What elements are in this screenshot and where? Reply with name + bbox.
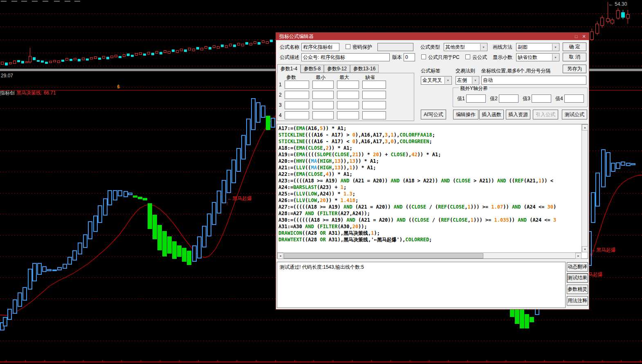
chevron-down-icon[interactable]: ▼: [444, 77, 451, 84]
scroll-right-icon[interactable]: ►: [575, 253, 581, 259]
code-hscrollbar[interactable]: ◄ ►: [277, 252, 581, 258]
formula-tag-select[interactable]: 金叉死叉 ▼: [421, 76, 452, 85]
close-icon[interactable]: ✕: [581, 34, 587, 39]
param-input[interactable]: [312, 101, 334, 109]
param-input[interactable]: [312, 111, 334, 119]
gridline: [0, 13, 642, 14]
value3-input[interactable]: [532, 94, 551, 103]
indicator-bar: [37, 263, 42, 275]
chevron-down-icon[interactable]: ▼: [480, 44, 487, 50]
chevron-down-icon[interactable]: ▼: [472, 77, 478, 84]
param-input[interactable]: [337, 81, 359, 89]
code-line: DRAWICON((A28 OR A31),黑马决策线,1);: [278, 230, 581, 236]
param-input[interactable]: [285, 91, 309, 99]
param-input[interactable]: [285, 81, 309, 89]
formula-desc-label: 公式描述: [280, 54, 299, 60]
insert-function-button[interactable]: 插入函数: [479, 110, 504, 119]
pc-only-checkbox[interactable]: [421, 54, 426, 59]
value2-label: 值2: [490, 96, 498, 101]
indicator-bar: [13, 299, 17, 314]
param-wizard-button[interactable]: 参数精灵: [567, 285, 588, 294]
candle: [595, 24, 599, 34]
maximize-icon[interactable]: □: [573, 34, 579, 39]
param-input[interactable]: [337, 111, 359, 119]
insert-resource-button[interactable]: 插入资源: [506, 110, 530, 119]
password-input[interactable]: [377, 43, 413, 51]
candle: [258, 42, 260, 45]
param-input[interactable]: [312, 91, 334, 99]
param-input[interactable]: [337, 91, 359, 99]
draw-method-select[interactable]: 副图 ▼: [516, 43, 559, 51]
indicator-bar: [113, 190, 117, 200]
decimal-select[interactable]: 缺省位数 ▼: [516, 53, 559, 61]
candle: [57, 61, 60, 63]
param-input[interactable]: [312, 81, 334, 89]
param-input[interactable]: [362, 111, 386, 119]
indicator-bar: [515, 307, 519, 324]
test-formula-button[interactable]: 测试公式: [562, 110, 587, 119]
dialog-titlebar[interactable]: 指标公式编辑器: [276, 33, 589, 40]
code-vscrollbar[interactable]: ▲ ▼: [581, 124, 588, 252]
formula-desc-input[interactable]: 公众号: 程序化指标: [301, 53, 390, 61]
save-as-button[interactable]: 另存为: [563, 65, 586, 73]
code-editor[interactable]: A17:=(EMA(A16,5)) * A1;STICKLINE(((A16 -…: [277, 124, 588, 259]
tab-params-1-4[interactable]: 参数1-4: [277, 64, 301, 73]
coord-line-input[interactable]: 自动: [481, 76, 586, 85]
candle: [1, 62, 4, 65]
axis-tick: [583, 360, 583, 362]
ticker-fragment: [74, 1, 80, 2]
trade-rule-select[interactable]: 左侧 ▼: [456, 76, 479, 85]
param-input[interactable]: [362, 81, 386, 89]
param-input[interactable]: [285, 111, 309, 119]
code-line: A28:=A27 AND (FILTER(A27,A24));: [278, 210, 581, 217]
indicator-bar: [103, 198, 108, 216]
scroll-down-icon[interactable]: ▼: [582, 246, 588, 252]
cloud-formula-checkbox[interactable]: [465, 54, 470, 59]
candle: [49, 61, 52, 63]
candle: [229, 44, 232, 46]
chevron-down-icon[interactable]: ▼: [552, 54, 559, 61]
tab-params-9-12[interactable]: 参数9-12: [324, 65, 350, 73]
candle: [86, 58, 89, 61]
scroll-up-icon[interactable]: ▲: [582, 124, 588, 130]
password-checkbox[interactable]: [346, 44, 350, 49]
tab-params-5-8[interactable]: 参数5-8: [301, 65, 324, 73]
formula-type-select[interactable]: 其他类型 ▼: [444, 43, 487, 51]
candle: [209, 47, 211, 49]
value4-input[interactable]: [564, 94, 584, 103]
value2-input[interactable]: [499, 94, 519, 103]
version-input[interactable]: 0: [404, 53, 415, 61]
import-formula-button[interactable]: 引入公式: [533, 110, 558, 119]
param-input[interactable]: [362, 91, 386, 99]
edit-operation-button[interactable]: 编辑操作: [453, 110, 478, 119]
hscroll-thumb[interactable]: [284, 253, 483, 258]
param-input[interactable]: [362, 101, 386, 109]
indicator-bar: [595, 173, 600, 207]
test-result-button[interactable]: 测试结果: [567, 273, 588, 283]
indicator-bar: [256, 102, 260, 123]
ticker-fragment: [65, 1, 70, 2]
param-row-label: 3: [279, 102, 282, 108]
scroll-left-icon[interactable]: ◄: [277, 253, 283, 259]
dynamic-translate-button[interactable]: 动态翻译: [567, 262, 588, 272]
param-input[interactable]: [285, 101, 309, 109]
tab-params-13-16[interactable]: 参数13-16: [350, 65, 379, 73]
candle: [221, 45, 224, 47]
indicator-bar: [162, 231, 167, 256]
usage-notes-button[interactable]: 用法注释: [567, 296, 588, 306]
indicator-bar: [520, 307, 524, 328]
indicator-bar: [108, 190, 112, 205]
candle: [9, 62, 12, 64]
param-input[interactable]: [337, 101, 359, 109]
cancel-button[interactable]: 取 消: [563, 53, 586, 61]
indicator-bar: [616, 162, 620, 169]
indicator-bar: [63, 264, 67, 269]
ai-write-button[interactable]: AI写公式: [421, 110, 446, 119]
code-line: A27:=(((((A18 >= A19) AND (A21 = A20)) A…: [278, 204, 581, 210]
axis-tick: [371, 360, 372, 362]
ok-button[interactable]: 确 定: [563, 43, 586, 51]
formula-name-input[interactable]: 程序化指标创: [301, 43, 339, 51]
chevron-down-icon[interactable]: ▼: [552, 44, 559, 50]
extra-y-legend: 额外Y轴分界: [459, 85, 489, 92]
value1-input[interactable]: [466, 94, 486, 103]
